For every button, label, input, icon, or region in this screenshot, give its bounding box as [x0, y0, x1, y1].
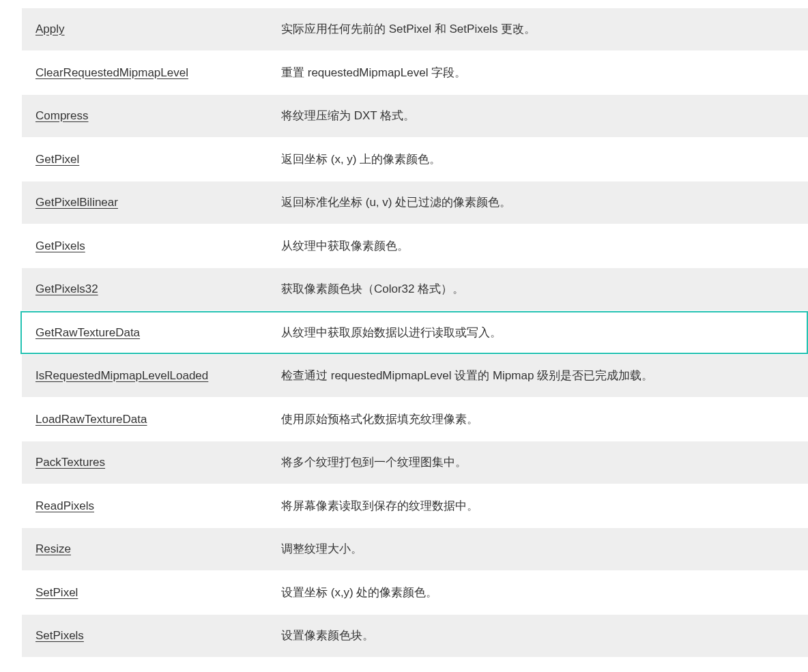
- method-name-cell: IsRequestedMipmapLevelLoaded: [22, 355, 268, 397]
- method-name-cell: GetPixelBilinear: [22, 181, 268, 224]
- page: Apply实际应用任何先前的 SetPixel 和 SetPixels 更改。C…: [0, 0, 808, 672]
- table-row: SetPixel设置坐标 (x,y) 处的像素颜色。: [22, 572, 808, 614]
- table-row: ClearRequestedMipmapLevel重置 requestedMip…: [22, 52, 808, 94]
- method-description-cell: 从纹理中获取原始数据以进行读取或写入。: [268, 312, 808, 354]
- method-description-cell: 重置 requestedMipmapLevel 字段。: [268, 52, 808, 94]
- table-row: IsRequestedMipmapLevelLoaded检查通过 request…: [22, 355, 808, 397]
- table-row: GetRawTextureData从纹理中获取原始数据以进行读取或写入。: [22, 312, 808, 354]
- method-description-cell: 从纹理中获取像素颜色。: [268, 225, 808, 267]
- method-link[interactable]: GetPixelBilinear: [35, 196, 118, 209]
- table-row: Resize调整纹理大小。: [22, 528, 808, 570]
- method-link[interactable]: SetPixels: [35, 629, 84, 642]
- method-description-cell: 使用原始预格式化数据填充纹理像素。: [268, 398, 808, 441]
- method-link[interactable]: GetPixel: [35, 153, 79, 166]
- table-row: Compress将纹理压缩为 DXT 格式。: [22, 95, 808, 137]
- method-name-cell: GetPixels: [22, 225, 268, 267]
- method-name-cell: SetPixel: [22, 572, 268, 614]
- table-row: GetPixels32获取像素颜色块（Color32 格式）。: [22, 268, 808, 310]
- table-row: GetPixel返回坐标 (x, y) 上的像素颜色。: [22, 138, 808, 181]
- method-name-cell: ClearRequestedMipmapLevel: [22, 52, 268, 94]
- method-description-cell: 检查通过 requestedMipmapLevel 设置的 Mipmap 级别是…: [268, 355, 808, 397]
- table-row: GetPixelBilinear返回标准化坐标 (u, v) 处已过滤的像素颜色…: [22, 181, 808, 224]
- method-description-cell: 将多个纹理打包到一个纹理图集中。: [268, 441, 808, 484]
- table-row: GetPixels从纹理中获取像素颜色。: [22, 225, 808, 267]
- method-description-cell: 获取像素颜色块（Color32 格式）。: [268, 268, 808, 310]
- method-name-cell: GetPixels32: [22, 268, 268, 310]
- method-name-cell: Apply: [22, 8, 268, 50]
- method-description-cell: 返回坐标 (x, y) 上的像素颜色。: [268, 138, 808, 181]
- method-name-cell: SetPixels: [22, 615, 268, 657]
- method-name-cell: GetRawTextureData: [22, 312, 268, 354]
- table-row: SetPixels设置像素颜色块。: [22, 615, 808, 657]
- method-link[interactable]: GetPixels32: [35, 282, 98, 295]
- method-description-cell: 将纹理压缩为 DXT 格式。: [268, 95, 808, 137]
- method-name-cell: GetPixel: [22, 138, 268, 181]
- method-link[interactable]: IsRequestedMipmapLevelLoaded: [35, 369, 208, 382]
- method-description-cell: 返回标准化坐标 (u, v) 处已过滤的像素颜色。: [268, 181, 808, 224]
- method-name-cell: LoadRawTextureData: [22, 398, 268, 441]
- methods-table: Apply实际应用任何先前的 SetPixel 和 SetPixels 更改。C…: [22, 7, 808, 672]
- method-link[interactable]: Compress: [35, 109, 88, 122]
- method-description-cell: 设置像素颜色块。: [268, 615, 808, 657]
- method-name-cell: PackTextures: [22, 441, 268, 484]
- table-row: Apply实际应用任何先前的 SetPixel 和 SetPixels 更改。: [22, 8, 808, 50]
- method-description-cell: 实际应用任何先前的 SetPixel 和 SetPixels 更改。: [268, 8, 808, 50]
- method-name-cell: Resize: [22, 528, 268, 570]
- table-row: PackTextures将多个纹理打包到一个纹理图集中。: [22, 441, 808, 484]
- method-link[interactable]: SetPixel: [35, 586, 78, 599]
- table-row: ReadPixels将屏幕像素读取到保存的纹理数据中。: [22, 485, 808, 527]
- method-link[interactable]: GetRawTextureData: [35, 326, 140, 339]
- method-name-cell: SetPixels32: [22, 658, 268, 673]
- method-link[interactable]: PackTextures: [35, 456, 105, 469]
- method-description-cell: 将屏幕像素读取到保存的纹理数据中。: [268, 485, 808, 527]
- method-link[interactable]: ReadPixels: [35, 499, 94, 512]
- method-description-cell: 调整纹理大小。: [268, 528, 808, 570]
- method-description-cell: 设置坐标 (x,y) 处的像素颜色。: [268, 572, 808, 614]
- method-link[interactable]: LoadRawTextureData: [35, 413, 147, 426]
- table-row: SetPixels32设置像素颜色块。: [22, 658, 808, 673]
- method-name-cell: ReadPixels: [22, 485, 268, 527]
- method-description-cell: 设置像素颜色块。: [268, 658, 808, 673]
- method-link[interactable]: Apply: [35, 23, 65, 35]
- method-name-cell: Compress: [22, 95, 268, 137]
- table-row: LoadRawTextureData使用原始预格式化数据填充纹理像素。: [22, 398, 808, 441]
- method-link[interactable]: ClearRequestedMipmapLevel: [35, 66, 188, 79]
- method-link[interactable]: Resize: [35, 542, 71, 555]
- method-link[interactable]: GetPixels: [35, 239, 85, 252]
